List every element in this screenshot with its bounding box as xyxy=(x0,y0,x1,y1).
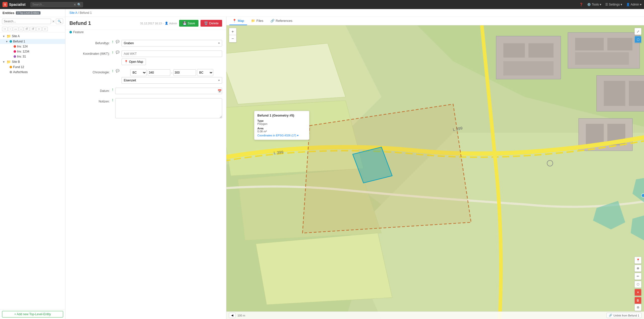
comment-icon[interactable]: 💬 xyxy=(116,69,119,73)
help-icon[interactable]: ❓ xyxy=(579,3,583,6)
form-row-notizen: Notizen: ! xyxy=(65,96,226,120)
svg-rect-15 xyxy=(607,38,632,50)
tooltip-coords-link[interactable]: Coordinates in EPSG:4326 (17) ▾ xyxy=(257,134,306,137)
comment-icon[interactable]: 💬 xyxy=(116,50,119,54)
tab-references[interactable]: 🔗 References xyxy=(267,17,295,25)
tab-files[interactable]: 📁 Files xyxy=(248,17,266,25)
tree-toggle[interactable]: ▼ xyxy=(2,35,6,38)
sidebar-search-clear-btn[interactable]: ✕ xyxy=(52,20,55,23)
open-map-btn[interactable]: 📍 Open Map xyxy=(122,59,146,65)
toolbar-btn-4[interactable]: ↑F xyxy=(24,27,29,31)
tree-toggle[interactable]: ▼ xyxy=(5,40,9,43)
comment-icon[interactable]: 💬 xyxy=(116,40,119,43)
navbar-search[interactable]: ✕ 🔍 xyxy=(30,2,83,7)
sidebar-toolbar: ↑↑ ↑ ↓↓ ↓ ↑F ↑F ↑↑ ↑↑ xyxy=(0,26,65,32)
tree-item-inv1234[interactable]: Inv. 1234 xyxy=(0,49,65,54)
folder-icon: 📁 xyxy=(7,34,11,38)
to-year-input[interactable] xyxy=(173,69,196,76)
toolbar-btn-1[interactable]: ↑ xyxy=(8,27,12,31)
clear-shapes-btn[interactable]: 🗑 xyxy=(634,297,641,304)
tree-label: Aufschluss xyxy=(13,70,28,74)
notizen-label: Notizen: xyxy=(69,98,110,103)
map-svg: L 399 L 399 xyxy=(226,25,644,319)
toolbar-btn-3[interactable]: ↓ xyxy=(19,27,23,31)
koordinaten-input[interactable] xyxy=(122,50,222,57)
befundtyp-label: Befundtyp: xyxy=(69,40,110,45)
map-config-icon[interactable]: ⚙ xyxy=(634,304,641,311)
from-era-wrapper: BC xyxy=(130,69,147,76)
svg-rect-14 xyxy=(575,38,604,50)
notizen-textarea[interactable] xyxy=(115,98,222,118)
zoom-in-btn[interactable]: + xyxy=(229,28,236,35)
notizen-control xyxy=(115,98,222,118)
calendar-btn[interactable]: 📅 xyxy=(218,89,222,93)
map-tab-label: Map xyxy=(238,19,244,23)
map-nav-prev[interactable]: ◀ xyxy=(229,313,235,318)
pointer-btn[interactable]: ⊕ xyxy=(634,265,641,272)
add-top-level-entity-btn[interactable]: + Add new Top-Level-Entity xyxy=(2,311,63,317)
tree-item-inv124[interactable]: Inv. 124 xyxy=(0,44,65,49)
unlink-btn[interactable]: 🔗 Unlink from Befund 1 xyxy=(607,313,641,318)
brand-name: Spacialist xyxy=(9,3,25,7)
svg-text:L 399: L 399 xyxy=(273,150,284,155)
right-panel: 📍 Map 📁 Files 🔗 References xyxy=(226,17,644,319)
navbar-search-clear-icon[interactable]: ✕ xyxy=(73,3,76,7)
navbar-search-input[interactable] xyxy=(32,3,72,6)
tab-map[interactable]: 📍 Map xyxy=(229,17,247,25)
required-indicator: ! xyxy=(112,98,113,102)
to-era-select[interactable]: BC xyxy=(197,69,213,76)
toolbar-btn-0[interactable]: ↑↑ xyxy=(2,27,8,31)
sidebar-search-submit-btn[interactable]: 🔍 xyxy=(56,19,63,24)
tree-item-befund1[interactable]: ▼ Befund 1 xyxy=(0,39,65,44)
befundtyp-select-wrapper: Graben xyxy=(122,40,222,46)
tree-item-site-a[interactable]: ▼ 📁 Site A xyxy=(0,33,65,39)
tooltip-type-label: Type xyxy=(257,119,306,122)
navbar-search-submit-icon[interactable]: 🔍 xyxy=(77,3,81,7)
tree-dot xyxy=(14,50,16,53)
map-settings-btn[interactable]: ⚙ xyxy=(634,304,641,311)
breadcrumb-parent[interactable]: Site A xyxy=(69,11,77,15)
delete-shape-btn[interactable]: ✕ xyxy=(634,289,641,296)
form-row-befundtyp: Befundtyp: ! 💬 Graben xyxy=(65,38,226,48)
tree-item-site-b[interactable]: ▼ 📁 Site B xyxy=(0,59,65,65)
datum-label: Datum: xyxy=(69,88,110,93)
zoom-group: + − xyxy=(229,28,236,42)
breadcrumb-separator: / xyxy=(78,11,80,15)
period-select[interactable]: Eisenzeit xyxy=(122,77,222,84)
sidebar-search-input[interactable] xyxy=(2,19,51,24)
meta-user-icon: 👤 xyxy=(165,22,168,25)
from-era-select[interactable]: BC xyxy=(130,69,147,76)
delete-button[interactable]: 🗑️ Delete xyxy=(200,20,222,27)
svg-rect-18 xyxy=(604,81,625,106)
chronologie-label: Chronologie: xyxy=(69,69,110,74)
settings-menu[interactable]: ☰ Settings ▾ xyxy=(605,3,622,6)
tree-item-fund12[interactable]: Fund 12 xyxy=(0,65,65,70)
admin-menu[interactable]: 👤 Admin ▾ xyxy=(626,3,641,6)
datum-input[interactable] xyxy=(115,88,222,94)
map-footer: ◀ 100 m 🔗 Unlink from Befund 1 ⚙ xyxy=(226,311,644,319)
tree-label: Site A xyxy=(12,34,20,38)
line-btn[interactable]: ✏ xyxy=(634,273,641,280)
befundtyp-select[interactable]: Graben xyxy=(122,40,222,46)
koordinaten-control: 📍 Open Map xyxy=(122,50,222,65)
toolbar-btn-6[interactable]: ↑↑ xyxy=(36,27,42,31)
tree-toggle[interactable]: ▼ xyxy=(2,61,6,63)
from-year-input[interactable] xyxy=(148,69,170,76)
toolbar-btn-2[interactable]: ↓↓ xyxy=(13,27,18,31)
locate-btn[interactable]: 📍 xyxy=(634,257,641,264)
feature-badge: Feature xyxy=(65,30,226,36)
datum-input-wrapper: 📅 xyxy=(115,88,222,94)
map-pin-icon: 📍 xyxy=(124,60,128,64)
polygon-btn[interactable]: ⬡ xyxy=(634,281,641,288)
fullscreen-btn[interactable]: ⤢ xyxy=(634,28,641,35)
zoom-out-btn[interactable]: − xyxy=(229,35,236,42)
map-background[interactable]: L 399 L 399 Befund 1 (Geometry #5) Type … xyxy=(226,25,644,319)
layer-btn[interactable]: ⬡ xyxy=(634,36,641,43)
tools-menu[interactable]: ⚙️ Tools ▾ xyxy=(587,3,601,6)
toolbar-btn-7[interactable]: ↑↑ xyxy=(42,27,48,31)
save-button[interactable]: 💾 Save xyxy=(179,20,199,27)
tree-item-inv31[interactable]: Inv. 31 xyxy=(0,54,65,59)
files-tab-label: Files xyxy=(256,19,263,23)
tree-item-aufschluss[interactable]: Aufschluss xyxy=(0,70,65,75)
toolbar-btn-5[interactable]: ↑F xyxy=(30,27,36,31)
